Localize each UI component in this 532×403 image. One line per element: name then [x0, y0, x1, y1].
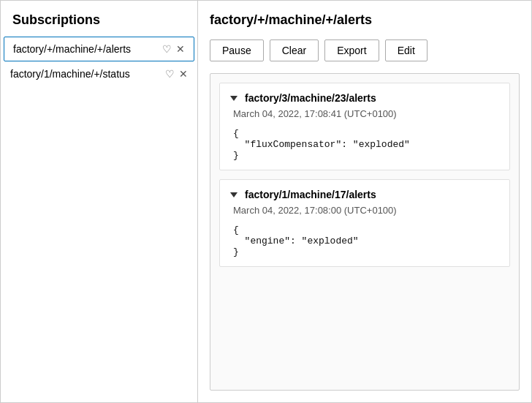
message-topic: factory/1/machine/17/alerts: [245, 189, 376, 200]
message-card: factory/3/machine/23/alertsMarch 04, 202…: [219, 83, 510, 170]
sidebar-item-alerts-icons: ♡ ✕: [162, 43, 185, 55]
favorite-icon[interactable]: ♡: [165, 68, 175, 80]
export-button[interactable]: Export: [324, 39, 379, 61]
main-panel: factory/+/machine/+/alerts Pause Clear E…: [198, 1, 531, 402]
close-icon[interactable]: ✕: [179, 68, 188, 80]
clear-button[interactable]: Clear: [270, 39, 319, 61]
sidebar-title: Subscriptions: [1, 12, 197, 37]
sidebar-item-status-label: factory/1/machine/+/status: [10, 68, 161, 80]
edit-button[interactable]: Edit: [385, 39, 428, 61]
message-card: factory/1/machine/17/alertsMarch 04, 202…: [219, 179, 510, 267]
sidebar: Subscriptions factory/+/machine/+/alerts…: [1, 1, 198, 402]
messages-area: factory/3/machine/23/alertsMarch 04, 202…: [210, 73, 520, 391]
page-title: factory/+/machine/+/alerts: [210, 12, 520, 28]
sidebar-item-alerts-label: factory/+/machine/+/alerts: [13, 43, 158, 55]
sidebar-item-alerts[interactable]: factory/+/machine/+/alerts ♡ ✕: [4, 37, 194, 61]
sidebar-item-status[interactable]: factory/1/machine/+/status ♡ ✕: [1, 61, 197, 86]
message-body: { "engine": "exploded" }: [230, 222, 499, 257]
pause-button[interactable]: Pause: [210, 39, 264, 61]
sidebar-item-status-icons: ♡ ✕: [165, 68, 188, 80]
message-timestamp: March 04, 2022, 17:08:00 (UTC+0100): [230, 205, 499, 216]
toolbar: Pause Clear Export Edit: [210, 39, 520, 61]
message-header: factory/3/machine/23/alerts: [230, 92, 499, 104]
close-icon[interactable]: ✕: [176, 43, 185, 55]
collapse-icon[interactable]: [230, 192, 238, 197]
message-body: { "fluxCompensator": "exploded" }: [230, 125, 499, 161]
message-timestamp: March 04, 2022, 17:08:41 (UTC+0100): [230, 108, 499, 119]
favorite-icon[interactable]: ♡: [162, 43, 172, 55]
message-topic: factory/3/machine/23/alerts: [245, 92, 376, 104]
collapse-icon[interactable]: [230, 96, 238, 101]
message-header: factory/1/machine/17/alerts: [230, 189, 499, 200]
